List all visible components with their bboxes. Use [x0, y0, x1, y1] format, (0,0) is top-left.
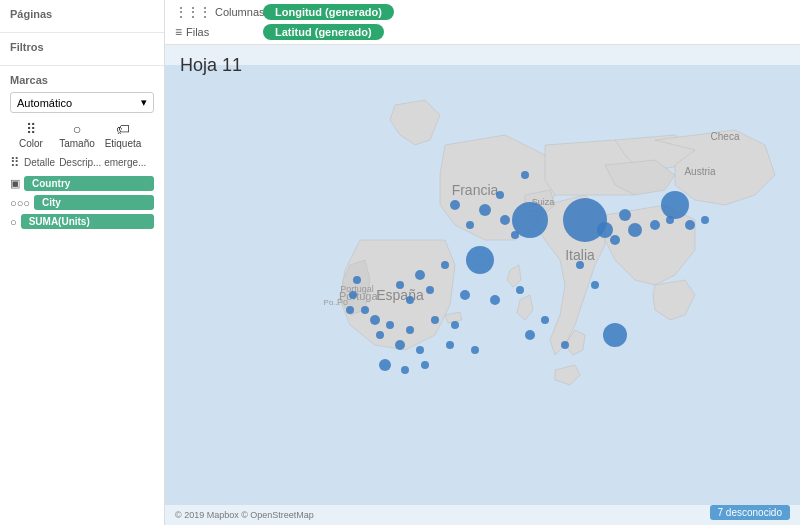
map-title: Hoja 11 [180, 55, 242, 76]
svg-point-31 [603, 323, 627, 347]
city-pill: City [34, 195, 154, 210]
svg-point-45 [386, 321, 394, 329]
svg-point-48 [416, 346, 424, 354]
marks-type-label: Automático [17, 97, 72, 109]
svg-point-59 [349, 291, 357, 299]
sidebar: Páginas Filtros Marcas Automático ▾ ⠿ Co… [0, 0, 165, 525]
svg-point-24 [650, 220, 660, 230]
svg-text:Checa: Checa [711, 131, 740, 142]
map-svg: Francia España Portugal Po... Italia Sui… [165, 45, 800, 525]
top-bar: ⋮⋮⋮ Columnas Longitud (generado) ≡ Filas… [165, 0, 800, 45]
filas-row: ≡ Filas Latitud (generado) [175, 24, 790, 40]
marks-icons-row: ⠿ Color ○ Tamaño 🏷 Etiqueta [10, 121, 154, 149]
marks-detail-label: Detalle [24, 157, 55, 168]
marks-color-button[interactable]: ⠿ Color [10, 121, 52, 149]
marks-color-label: Color [19, 138, 43, 149]
svg-text:España: España [376, 287, 424, 303]
svg-point-47 [395, 340, 405, 350]
columnas-icon: ⋮⋮⋮ [175, 5, 211, 19]
svg-text:Italia: Italia [565, 247, 595, 263]
paginas-title: Páginas [10, 8, 154, 20]
svg-point-44 [406, 326, 414, 334]
filtros-section: Filtros [0, 33, 164, 66]
svg-point-38 [426, 286, 434, 294]
marks-label-button[interactable]: 🏷 Etiqueta [102, 121, 144, 149]
svg-point-30 [591, 281, 599, 289]
filas-pill[interactable]: Latitud (generado) [263, 24, 384, 40]
columnas-row: ⋮⋮⋮ Columnas Longitud (generado) [175, 4, 790, 20]
svg-point-52 [379, 359, 391, 371]
svg-point-40 [490, 295, 500, 305]
main-content: ⋮⋮⋮ Columnas Longitud (generado) ≡ Filas… [165, 0, 800, 525]
svg-point-21 [619, 209, 631, 221]
marks-country-field[interactable]: ▣ Country [10, 176, 154, 191]
svg-point-37 [406, 296, 414, 304]
svg-point-26 [661, 191, 689, 219]
svg-point-18 [511, 231, 519, 239]
marks-size-button[interactable]: ○ Tamaño [56, 121, 98, 149]
chevron-down-icon: ▾ [141, 96, 147, 109]
svg-point-13 [500, 215, 510, 225]
columnas-label-group: ⋮⋮⋮ Columnas [175, 5, 255, 19]
marcas-title: Marcas [10, 74, 154, 86]
svg-point-55 [471, 346, 479, 354]
label-icon: 🏷 [116, 121, 130, 137]
city-field-icon: ○○○ [10, 197, 30, 209]
filas-label: Filas [186, 26, 209, 38]
svg-point-46 [376, 331, 384, 339]
filas-label-group: ≡ Filas [175, 25, 255, 39]
columnas-pill[interactable]: Longitud (generado) [263, 4, 394, 20]
suma-pill: SUMA(Units) [21, 214, 154, 229]
svg-text:Francia: Francia [452, 182, 499, 198]
marks-tooltip-label: Descrip... emerge... [59, 157, 146, 168]
marks-size-label: Tamaño [59, 138, 95, 149]
marks-suma-field[interactable]: ○ SUMA(Units) [10, 214, 154, 229]
country-pill: Country [24, 176, 154, 191]
svg-point-51 [361, 306, 369, 314]
svg-point-53 [401, 366, 409, 374]
svg-point-34 [441, 261, 449, 269]
marks-city-field[interactable]: ○○○ City [10, 195, 154, 210]
svg-point-43 [451, 321, 459, 329]
svg-point-36 [396, 281, 404, 289]
svg-point-56 [525, 330, 535, 340]
svg-point-22 [610, 235, 620, 245]
svg-point-60 [346, 306, 354, 314]
svg-text:Po: Po [337, 297, 348, 307]
svg-point-27 [685, 220, 695, 230]
svg-point-42 [431, 316, 439, 324]
svg-point-35 [415, 270, 425, 280]
suma-field-icon: ○ [10, 216, 17, 228]
marcas-section: Marcas Automático ▾ ⠿ Color ○ Tamaño 🏷 E… [0, 66, 164, 241]
unknown-badge: 7 desconocido [710, 505, 791, 520]
svg-point-49 [446, 341, 454, 349]
marks-detail-row: ⠿ Detalle Descrip... emerge... [10, 155, 154, 170]
svg-point-17 [496, 191, 504, 199]
svg-text:Portugal: Portugal [340, 284, 374, 294]
svg-point-28 [701, 216, 709, 224]
detail-icon: ⠿ [10, 155, 20, 170]
marks-type-dropdown[interactable]: Automático ▾ [10, 92, 154, 113]
svg-point-39 [460, 290, 470, 300]
svg-point-58 [353, 276, 361, 284]
columnas-label: Columnas [215, 6, 265, 18]
size-icon: ○ [73, 121, 81, 137]
svg-point-16 [450, 200, 460, 210]
map-area[interactable]: Hoja 11 [165, 45, 800, 525]
marks-label-label: Etiqueta [105, 138, 142, 149]
svg-point-50 [370, 315, 380, 325]
svg-point-41 [516, 286, 524, 294]
svg-point-54 [421, 361, 429, 369]
svg-point-23 [628, 223, 642, 237]
map-attribution: © 2019 Mapbox © OpenStreetMap [175, 510, 314, 520]
svg-point-11 [521, 171, 529, 179]
svg-point-32 [561, 341, 569, 349]
color-icon: ⠿ [26, 121, 36, 137]
filas-icon: ≡ [175, 25, 182, 39]
svg-point-12 [479, 204, 491, 216]
svg-point-29 [576, 261, 584, 269]
svg-rect-0 [165, 65, 800, 505]
svg-point-33 [466, 246, 494, 274]
country-field-icon: ▣ [10, 177, 20, 190]
svg-point-14 [466, 221, 474, 229]
